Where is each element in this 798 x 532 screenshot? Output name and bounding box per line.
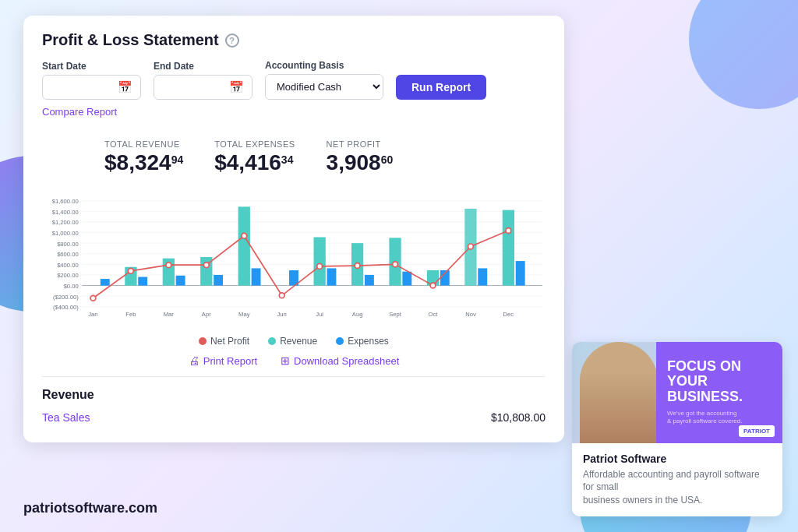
net-profit-value: 3,90860 [327,150,394,175]
start-date-calendar-icon[interactable]: 📅 [118,80,132,94]
ad-card: FOCUS ONYOUR BUSINESS. We've got the acc… [572,342,782,516]
svg-text:$1,600.00: $1,600.00 [52,198,79,205]
svg-point-50 [203,262,209,268]
svg-text:Nov: Nov [465,311,476,318]
legend-dot-expenses [336,337,344,345]
svg-rect-45 [478,268,487,285]
action-row: 🖨 Print Report ⊞ Download Spreadsheet [42,354,546,367]
revenue-section-title: Revenue [42,388,546,402]
svg-text:Dec: Dec [503,311,514,318]
compare-report-link[interactable]: Compare Report [42,106,117,118]
print-report-link[interactable]: 🖨 Print Report [189,354,257,367]
start-date-input-wrapper[interactable]: 📅 [42,75,141,100]
accounting-basis-select-wrapper[interactable]: Modified Cash Cash Accrual [265,74,383,100]
download-spreadsheet-label: Download Spreadsheet [294,355,399,367]
svg-text:Feb: Feb [125,311,136,318]
total-expenses-value: $4,41634 [214,150,295,175]
svg-rect-37 [176,276,185,286]
total-revenue-label: TOTAL REVENUE [104,139,183,149]
legend-net-profit: Net Profit [199,336,249,347]
chart-container: $1,600.00 $1,400.00 $1,200.00 $1,000.00 … [42,183,546,331]
svg-rect-42 [365,275,374,286]
legend-expenses-label: Expenses [348,336,389,347]
net-profit-label: NET PROFIT [327,139,394,149]
run-report-button[interactable]: Run Report [396,75,486,100]
legend-revenue: Revenue [268,336,317,347]
svg-rect-38 [214,275,223,286]
svg-point-49 [166,262,171,268]
svg-text:$200.00: $200.00 [57,272,79,279]
ad-image-area: FOCUS ONYOUR BUSINESS. We've got the acc… [572,342,782,443]
svg-rect-43 [402,272,411,286]
revenue-row-tea-sales: Tea Sales $10,808.00 [42,408,546,427]
ad-tagline: We've got the accounting& payroll softwa… [667,410,743,426]
svg-text:Oct: Oct [429,311,439,318]
ad-headline: FOCUS ONYOUR BUSINESS. [667,359,772,405]
svg-text:$1,400.00: $1,400.00 [52,209,79,216]
svg-text:$600.00: $600.00 [57,251,79,258]
end-date-input-wrapper[interactable]: 📅 [154,75,252,100]
print-report-label: Print Report [203,355,257,367]
svg-text:($400.00): ($400.00) [53,304,79,311]
svg-text:Apr: Apr [202,311,211,318]
help-icon[interactable]: ? [225,33,239,48]
main-card: Profit & Loss Statement ? Start Date 📅 E… [23,16,564,442]
svg-text:Mar: Mar [164,311,175,318]
svg-rect-46 [516,261,525,285]
total-revenue-value: $8,32494 [104,150,183,175]
net-profit-metric: NET PROFIT 3,90860 [327,139,394,175]
svg-rect-41 [327,268,337,285]
accounting-basis-select[interactable]: Modified Cash Cash Accrual [266,75,383,99]
svg-text:$800.00: $800.00 [57,241,79,248]
svg-text:Jan: Jan [88,311,97,318]
ad-description: Affordable accounting and payroll softwa… [583,468,772,507]
form-row: Start Date 📅 End Date 📅 Accounting Basis… [42,60,546,100]
card-title-row: Profit & Loss Statement ? [42,31,546,49]
svg-point-55 [393,262,398,267]
svg-text:$1,000.00: $1,000.00 [52,230,79,237]
total-revenue-metric: TOTAL REVENUE $8,32494 [104,139,183,175]
ad-logo: PATRIOT [739,425,775,437]
section-divider [42,376,546,377]
chart-svg: $1,600.00 $1,400.00 $1,200.00 $1,000.00 … [42,183,546,331]
svg-rect-29 [314,238,326,286]
total-expenses-label: TOTAL EXPENSES [214,139,295,149]
legend-dot-net-profit [199,337,207,345]
website-label-area: patriotsoftware.com [23,500,157,516]
end-date-input[interactable] [162,82,224,93]
svg-text:$0.00: $0.00 [64,283,79,290]
legend-revenue-label: Revenue [280,336,317,347]
start-date-label: Start Date [42,61,141,72]
svg-text:$400.00: $400.00 [57,262,79,269]
svg-rect-27 [238,206,250,285]
svg-text:May: May [238,311,250,318]
svg-point-51 [242,233,247,238]
background-blob-right-top [689,0,798,109]
svg-point-58 [506,228,511,234]
accounting-basis-group: Accounting Basis Modified Cash Cash Accr… [265,60,383,100]
chart-legend: Net Profit Revenue Expenses [42,336,546,347]
svg-text:Jul: Jul [316,311,323,318]
svg-rect-36 [138,277,147,286]
total-expenses-metric: TOTAL EXPENSES $4,41634 [214,139,295,175]
person-silhouette [580,342,658,443]
ad-company-name: Patriot Software [583,453,772,465]
accounting-basis-label: Accounting Basis [265,60,383,71]
start-date-group: Start Date 📅 [42,61,141,100]
print-icon: 🖨 [189,354,200,367]
tea-sales-amount: $10,808.00 [491,411,546,424]
svg-text:$1,200.00: $1,200.00 [52,219,79,226]
ad-body: Patriot Software Affordable accounting a… [572,443,782,516]
svg-rect-35 [101,279,110,286]
svg-rect-39 [252,268,261,285]
svg-text:Aug: Aug [352,311,363,318]
svg-point-56 [430,283,436,288]
svg-text:Jun: Jun [277,311,287,318]
download-spreadsheet-link[interactable]: ⊞ Download Spreadsheet [281,354,399,367]
svg-point-54 [355,263,360,269]
svg-point-47 [90,295,96,301]
svg-text:($200.00): ($200.00) [53,294,79,301]
start-date-input[interactable] [51,82,113,93]
tea-sales-link[interactable]: Tea Sales [42,411,90,424]
end-date-calendar-icon[interactable]: 📅 [229,80,244,94]
